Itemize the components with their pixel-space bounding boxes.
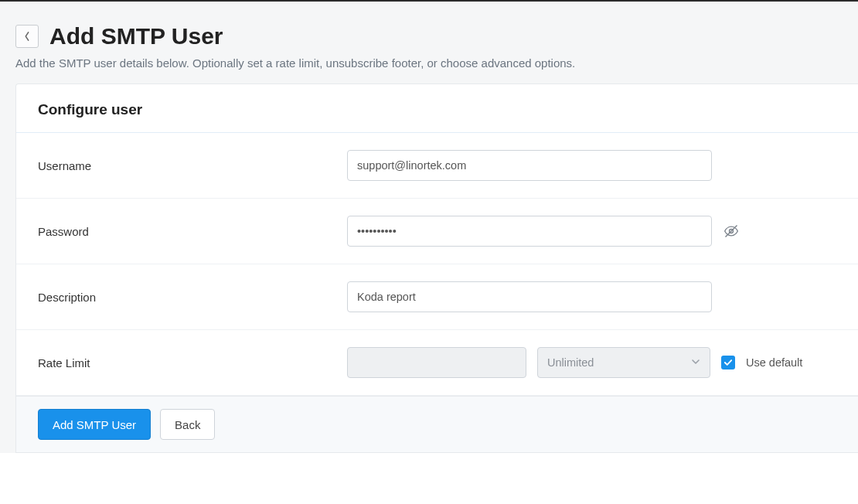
row-username: Username [16,133,858,199]
description-input[interactable] [347,281,712,312]
row-rate-limit: Rate Limit Unlimited Use default [16,330,858,396]
chevron-down-icon [691,356,700,369]
back-footer-button-label: Back [175,418,200,431]
label-description: Description [38,291,347,304]
password-input[interactable] [347,216,712,247]
eye-off-icon [724,223,739,239]
page-header: Add SMTP User Add the SMTP user details … [0,2,858,83]
check-icon [724,359,733,366]
add-smtp-user-button-label: Add SMTP User [53,418,136,431]
back-footer-button[interactable]: Back [160,409,215,440]
panel-footer: Add SMTP User Back [16,396,858,452]
rate-limit-value-input [347,347,526,378]
back-button[interactable] [15,25,39,48]
row-password: Password [16,199,858,264]
rate-limit-unit-select: Unlimited [537,347,710,378]
use-default-label: Use default [746,356,802,369]
page-title: Add SMTP User [49,23,223,49]
username-input[interactable] [347,150,712,181]
use-default-checkbox[interactable] [721,356,735,369]
rate-limit-unit-selected: Unlimited [547,356,594,369]
add-smtp-user-button[interactable]: Add SMTP User [38,409,151,440]
page-subtitle: Add the SMTP user details below. Optiona… [15,56,843,70]
panel-section-title: Configure user [16,84,858,133]
label-rate-limit: Rate Limit [38,356,347,369]
configure-user-panel: Configure user Username Password [15,83,858,453]
toggle-password-visibility[interactable] [723,223,740,240]
chevron-left-icon [23,31,31,42]
label-password: Password [38,225,347,238]
row-description: Description [16,264,858,330]
label-username: Username [38,159,347,172]
